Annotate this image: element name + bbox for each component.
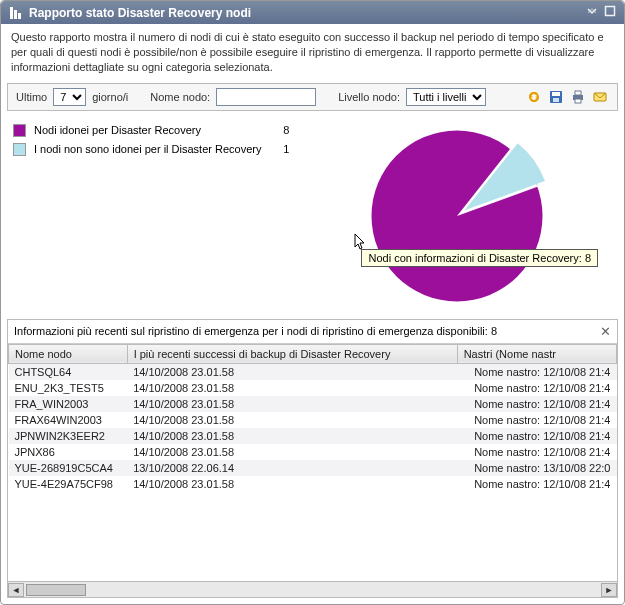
table-cell: 14/10/2008 23.01.58 xyxy=(127,396,457,412)
legend-value: 8 xyxy=(269,124,289,136)
legend-label: Nodi idonei per Disaster Recovery xyxy=(34,124,261,136)
svg-rect-0 xyxy=(10,7,13,19)
scroll-right-icon[interactable]: ► xyxy=(601,583,617,597)
legend-item[interactable]: Nodi idonei per Disaster Recovery 8 xyxy=(13,121,289,140)
node-level-select[interactable]: Tutti i livelli xyxy=(406,88,486,106)
horizontal-scrollbar[interactable]: ◄ ► xyxy=(8,581,617,597)
scroll-left-icon[interactable]: ◄ xyxy=(8,583,24,597)
table-cell: 14/10/2008 23.01.58 xyxy=(127,444,457,460)
legend-item[interactable]: I nodi non sono idonei per il Disaster R… xyxy=(13,140,289,159)
table-cell: Nome nastro: 12/10/08 21:4 xyxy=(457,412,616,428)
table-cell: Nome nastro: 13/10/08 22:0 xyxy=(457,460,616,476)
email-button[interactable] xyxy=(591,88,609,106)
legend-value: 1 xyxy=(269,143,289,155)
svg-rect-6 xyxy=(553,98,559,102)
column-header[interactable]: I più recenti successi di backup di Disa… xyxy=(127,344,457,363)
svg-rect-8 xyxy=(575,91,581,95)
table-cell: Nome nastro: 12/10/08 21:4 xyxy=(457,396,616,412)
column-header[interactable]: Nastri (Nome nastr xyxy=(457,344,616,363)
table-cell: FRAX64WIN2003 xyxy=(9,412,128,428)
node-name-label: Nome nodo: xyxy=(150,91,210,103)
table-cell: YUE-268919C5CA4 xyxy=(9,460,128,476)
close-icon[interactable]: ✕ xyxy=(600,324,611,339)
collapse-icon[interactable] xyxy=(586,5,598,20)
table-caption: Informazioni più recenti sul ripristino … xyxy=(8,320,617,344)
maximize-icon[interactable] xyxy=(604,5,616,20)
table-cell: CHTSQL64 xyxy=(9,363,128,380)
chart-area: Nodi idonei per Disaster Recovery 8 I no… xyxy=(1,113,624,315)
table-cell: 14/10/2008 23.01.58 xyxy=(127,412,457,428)
table-row[interactable]: JPNWIN2K3EER214/10/2008 23.01.58Nome nas… xyxy=(9,428,617,444)
window-titlebar: Rapporto stato Disaster Recovery nodi xyxy=(1,1,624,24)
table-row[interactable]: JPNX8614/10/2008 23.01.58Nome nastro: 12… xyxy=(9,444,617,460)
table-cell: Nome nastro: 12/10/08 21:4 xyxy=(457,428,616,444)
table-cell: Nome nastro: 12/10/08 21:4 xyxy=(457,380,616,396)
table-cell: 14/10/2008 23.01.58 xyxy=(127,363,457,380)
last-days-select[interactable]: 7 xyxy=(53,88,86,106)
table-cell: 14/10/2008 23.01.58 xyxy=(127,380,457,396)
svg-rect-2 xyxy=(18,13,21,19)
table-cell: 14/10/2008 23.01.58 xyxy=(127,428,457,444)
table-cell: 13/10/2008 22.06.14 xyxy=(127,460,457,476)
filter-toolbar: Ultimo 7 giorno/i Nome nodo: Livello nod… xyxy=(7,83,618,111)
save-button[interactable] xyxy=(547,88,565,106)
table-cell: Nome nastro: 12/10/08 21:4 xyxy=(457,476,616,492)
detail-table-panel: Informazioni più recenti sul ripristino … xyxy=(7,319,618,598)
table-caption-text: Informazioni più recenti sul ripristino … xyxy=(14,325,497,337)
pie-chart[interactable]: Nodi con informazioni di Disaster Recove… xyxy=(301,121,612,311)
svg-rect-5 xyxy=(552,92,560,96)
refresh-button[interactable] xyxy=(525,88,543,106)
chart-tooltip: Nodi con informazioni di Disaster Recove… xyxy=(361,249,598,267)
detail-table: Nome nodo I più recenti successi di back… xyxy=(8,344,617,492)
chart-legend: Nodi idonei per Disaster Recovery 8 I no… xyxy=(13,121,289,311)
table-cell: FRA_WIN2003 xyxy=(9,396,128,412)
table-cell: 14/10/2008 23.01.58 xyxy=(127,476,457,492)
table-row[interactable]: ENU_2K3_TEST514/10/2008 23.01.58Nome nas… xyxy=(9,380,617,396)
svg-rect-1 xyxy=(14,10,17,19)
window-title: Rapporto stato Disaster Recovery nodi xyxy=(29,6,580,20)
svg-rect-3 xyxy=(606,7,615,16)
node-name-input[interactable] xyxy=(216,88,316,106)
report-description: Questo rapporto mostra il numero di nodi… xyxy=(1,24,624,81)
column-header[interactable]: Nome nodo xyxy=(9,344,128,363)
scroll-thumb[interactable] xyxy=(26,584,86,596)
table-cell: JPNX86 xyxy=(9,444,128,460)
table-row[interactable]: FRA_WIN200314/10/2008 23.01.58Nome nastr… xyxy=(9,396,617,412)
svg-rect-9 xyxy=(575,99,581,103)
table-cell: ENU_2K3_TEST5 xyxy=(9,380,128,396)
table-row[interactable]: CHTSQL6414/10/2008 23.01.58Nome nastro: … xyxy=(9,363,617,380)
node-level-label: Livello nodo: xyxy=(338,91,400,103)
days-label: giorno/i xyxy=(92,91,128,103)
table-row[interactable]: YUE-268919C5CA413/10/2008 22.06.14Nome n… xyxy=(9,460,617,476)
legend-swatch-icon xyxy=(13,124,26,137)
legend-swatch-icon xyxy=(13,143,26,156)
print-button[interactable] xyxy=(569,88,587,106)
table-row[interactable]: FRAX64WIN200314/10/2008 23.01.58Nome nas… xyxy=(9,412,617,428)
table-cell: Nome nastro: 12/10/08 21:4 xyxy=(457,444,616,460)
table-cell: YUE-4E29A75CF98 xyxy=(9,476,128,492)
last-label: Ultimo xyxy=(16,91,47,103)
table-cell: Nome nastro: 12/10/08 21:4 xyxy=(457,363,616,380)
table-row[interactable]: YUE-4E29A75CF9814/10/2008 23.01.58Nome n… xyxy=(9,476,617,492)
table-cell: JPNWIN2K3EER2 xyxy=(9,428,128,444)
report-icon xyxy=(9,6,23,20)
legend-label: I nodi non sono idonei per il Disaster R… xyxy=(34,143,261,155)
